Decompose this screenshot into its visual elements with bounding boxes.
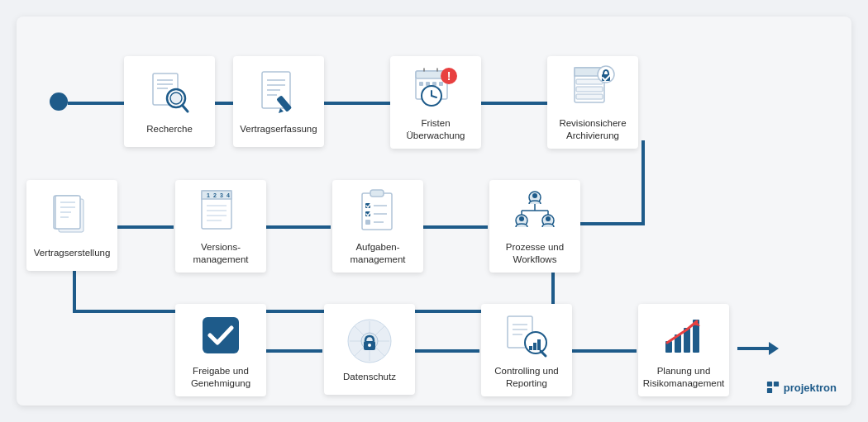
node-aufgabenmanagement: Aufgaben- management bbox=[332, 180, 423, 273]
projektron-brand-text: projektron bbox=[784, 382, 837, 394]
connector-am-p bbox=[423, 225, 488, 229]
svg-text:3: 3 bbox=[220, 192, 223, 198]
start-dot bbox=[50, 92, 68, 111]
freigabe-icon bbox=[196, 311, 246, 360]
svg-rect-97 bbox=[767, 382, 772, 386]
svg-text:2: 2 bbox=[213, 192, 217, 198]
svg-rect-30 bbox=[576, 87, 603, 92]
node-versionsmanagement: 1 2 3 4 Versions- management bbox=[175, 180, 266, 273]
vertragserstellung-icon bbox=[47, 192, 97, 242]
svg-rect-98 bbox=[774, 382, 779, 386]
connector-ve-row2 bbox=[73, 310, 179, 313]
node-vertragserfassung: Vertragserfassung bbox=[233, 56, 324, 147]
connector-cr-pl bbox=[572, 349, 637, 353]
svg-text:4: 4 bbox=[227, 192, 230, 198]
svg-point-67 bbox=[546, 216, 551, 221]
node-freigabe: Freigabe und Genehmigung bbox=[175, 304, 266, 396]
connector-ve-vm bbox=[117, 225, 174, 229]
svg-point-65 bbox=[519, 216, 524, 221]
svg-rect-29 bbox=[576, 79, 603, 84]
connector-v-f bbox=[324, 102, 390, 105]
node-fristen: ! Fristen Überwachung bbox=[390, 56, 481, 149]
diagram-container: Recherche Vertragserfassung bbox=[17, 17, 851, 405]
aufgabenmanagement-icon bbox=[353, 187, 403, 236]
svg-point-5 bbox=[170, 92, 182, 104]
connector-ds-cr bbox=[415, 349, 479, 353]
revisionsichere-icon bbox=[568, 63, 618, 112]
svg-rect-87 bbox=[533, 343, 537, 350]
end-arrow bbox=[737, 339, 779, 361]
projektron-logo: projektron bbox=[766, 381, 837, 394]
connector-start-recherche bbox=[68, 102, 124, 105]
node-fristen-label: Fristen Überwachung bbox=[407, 117, 465, 142]
node-freigabe-label: Freigabe und Genehmigung bbox=[191, 365, 250, 390]
versionsmanagement-icon: 1 2 3 4 bbox=[196, 187, 246, 236]
connector-vm-am bbox=[266, 225, 331, 229]
node-controlling-label: Controlling und Reporting bbox=[494, 365, 558, 390]
svg-point-80 bbox=[368, 344, 371, 347]
vertragserfassung-icon bbox=[254, 69, 303, 118]
node-recherche-label: Recherche bbox=[146, 123, 193, 135]
prozesse-icon bbox=[510, 187, 560, 236]
svg-rect-86 bbox=[529, 346, 532, 350]
fristen-icon: ! bbox=[411, 63, 460, 112]
node-planung-label: Planung und Risikomanagement bbox=[643, 365, 724, 390]
node-datenschutz-label: Datenschutz bbox=[343, 371, 396, 383]
connector-rev-v bbox=[641, 140, 645, 223]
node-datenschutz: Datenschutz bbox=[324, 304, 415, 395]
node-aufgabenmanagement-label: Aufgaben- management bbox=[350, 241, 405, 266]
node-vertragserfassung-label: Vertragserfassung bbox=[240, 123, 317, 135]
svg-line-89 bbox=[541, 351, 546, 356]
svg-point-63 bbox=[532, 193, 537, 198]
svg-line-6 bbox=[183, 106, 188, 111]
svg-rect-21 bbox=[439, 82, 443, 86]
node-controlling: Controlling und Reporting bbox=[481, 304, 572, 396]
svg-rect-99 bbox=[767, 388, 772, 393]
planung-icon bbox=[659, 311, 708, 360]
controlling-icon bbox=[502, 311, 551, 360]
node-revisionsichere: Revisionsichere Archivierung bbox=[547, 56, 638, 149]
node-planung: Planung und Risikomanagement bbox=[638, 304, 729, 396]
svg-rect-18 bbox=[419, 82, 423, 86]
svg-marker-13 bbox=[279, 108, 284, 113]
node-versionsmanagement-label: Versions- management bbox=[193, 241, 248, 266]
svg-rect-60 bbox=[365, 220, 370, 225]
svg-text:1: 1 bbox=[207, 192, 210, 198]
datenschutz-icon bbox=[345, 316, 394, 366]
svg-text:!: ! bbox=[447, 69, 451, 83]
node-recherche: Recherche bbox=[124, 56, 215, 147]
node-vertragserstellung: Vertragserstellung bbox=[26, 180, 117, 271]
node-prozesse: Prozesse und Workflows bbox=[489, 180, 580, 273]
recherche-icon bbox=[145, 69, 194, 118]
svg-marker-96 bbox=[769, 342, 779, 355]
node-vertragserstellung-label: Vertragserstellung bbox=[34, 247, 111, 259]
connector-f-r bbox=[481, 102, 547, 105]
connector-fg-ds bbox=[266, 349, 322, 353]
svg-rect-31 bbox=[576, 94, 603, 99]
svg-rect-55 bbox=[370, 190, 384, 197]
svg-rect-88 bbox=[537, 339, 541, 350]
node-revisionsichere-label: Revisionsichere Archivierung bbox=[559, 117, 626, 142]
svg-rect-19 bbox=[426, 82, 430, 86]
node-prozesse-label: Prozesse und Workflows bbox=[506, 241, 564, 266]
